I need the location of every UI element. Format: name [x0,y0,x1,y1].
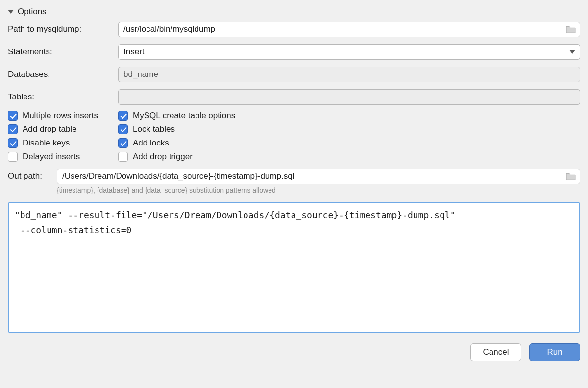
chk-lock-tables[interactable]: Lock tables [118,124,580,134]
chk-label: Lock tables [133,124,175,134]
cancel-button[interactable]: Cancel [470,343,521,361]
out-path-row: Out path: [8,169,580,184]
chk-label: Add drop table [23,124,77,134]
divider [53,12,580,12]
command-preview[interactable] [8,202,580,333]
out-path-input[interactable] [57,169,580,184]
chk-label: Add locks [133,138,169,148]
statements-field-wrap [118,44,580,60]
checkbox-icon[interactable] [8,138,18,148]
chk-label: Multiple rows inserts [23,111,98,121]
statements-label: Statements: [8,47,118,57]
chk-delayed[interactable]: Delayed inserts [8,152,118,162]
path-label: Path to mysqldump: [8,24,118,34]
section-header[interactable]: Options [8,7,580,17]
chk-disable-keys[interactable]: Disable keys [8,138,118,148]
chk-add-drop-table[interactable]: Add drop table [8,124,118,134]
chk-label: Delayed inserts [23,152,80,162]
checkbox-icon[interactable] [118,124,128,134]
chk-mysql-create[interactable]: MySQL create table options [118,111,580,121]
databases-label: Databases: [8,70,118,79]
checkbox-icon[interactable] [8,111,18,121]
out-path-hint: {timestamp}, {database} and {data_source… [57,186,580,194]
chk-multiple-rows[interactable]: Multiple rows inserts [8,111,118,121]
chk-label: Disable keys [23,138,70,148]
checkbox-icon[interactable] [118,138,128,148]
chk-add-drop-trigger[interactable]: Add drop trigger [118,152,580,162]
path-field-wrap [118,22,580,37]
checkbox-grid: Multiple rows inserts MySQL create table… [8,111,580,162]
collapse-toggle-icon[interactable] [8,10,14,14]
checkbox-icon[interactable] [118,152,128,162]
chk-label: Add drop trigger [133,152,193,162]
tables-field-wrap [118,89,580,105]
options-form: Path to mysqldump: Statements: Databases… [8,22,580,105]
run-button[interactable]: Run [529,343,580,361]
checkbox-icon[interactable] [8,124,18,134]
checkbox-icon[interactable] [118,111,128,121]
statements-select[interactable] [118,44,580,60]
chk-label: MySQL create table options [133,111,235,121]
tables-label: Tables: [8,92,118,102]
dialog-footer: Cancel Run [8,343,580,361]
tables-input[interactable] [118,89,580,105]
section-title: Options [18,7,47,17]
mysqldump-path-input[interactable] [118,22,580,37]
out-path-field-wrap [57,169,580,184]
databases-input [118,67,580,82]
checkbox-icon[interactable] [8,152,18,162]
chk-add-locks[interactable]: Add locks [118,138,580,148]
databases-field-wrap [118,67,580,82]
out-path-label: Out path: [8,171,52,181]
